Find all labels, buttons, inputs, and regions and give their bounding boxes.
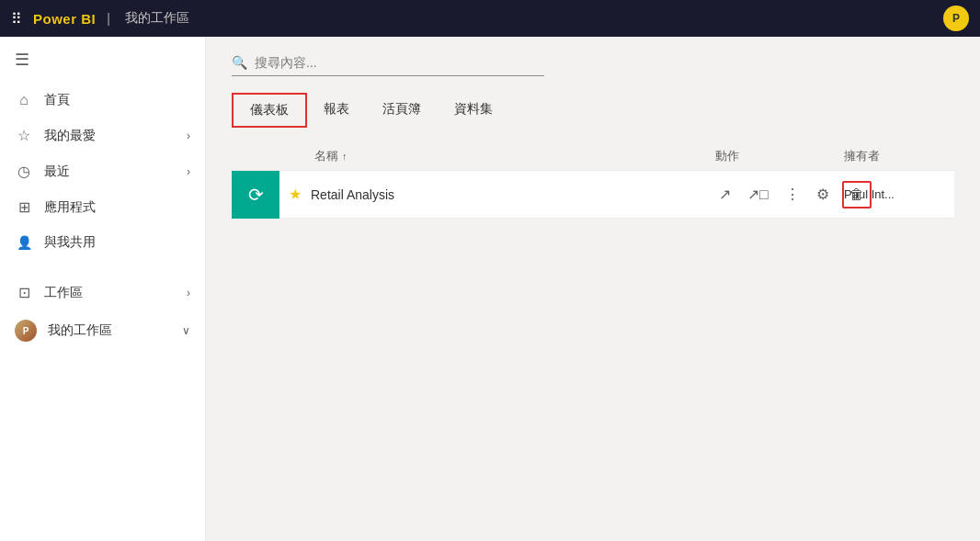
table-header: 名稱 ↑ 動作 擁有者 <box>232 142 954 171</box>
main-content: 🔍 儀表板 報表 活頁簿 資料集 名稱 ↑ 動作 擁有者 ⟳ ★ <box>206 37 980 541</box>
sidebar-item-recent-label: 最近 <box>44 163 176 180</box>
row-dashboard-icon-cell: ⟳ <box>232 171 279 219</box>
sidebar-item-my-workspace[interactable]: P 我的工作區 ∨ <box>0 310 205 351</box>
tab-datasets[interactable]: 資料集 <box>438 93 509 128</box>
tab-reports[interactable]: 報表 <box>307 93 366 128</box>
clock-icon: ◷ <box>15 163 33 180</box>
tab-workbooks[interactable]: 活頁簿 <box>366 93 438 128</box>
sidebar-item-recent[interactable]: ◷ 最近 › <box>0 153 205 189</box>
topbar-workspace-label: 我的工作區 <box>125 10 189 27</box>
powerbi-logo: Power BI <box>33 11 96 27</box>
row-item-name[interactable]: Retail Analysis <box>311 187 715 202</box>
row-star-button[interactable]: ★ <box>289 186 302 203</box>
apps-icon: ⊞ <box>15 198 33 216</box>
grid-icon[interactable]: ⠿ <box>11 10 22 28</box>
sidebar-item-shared-label: 與我共用 <box>44 234 190 251</box>
sidebar-item-apps[interactable]: ⊞ 應用程式 <box>0 189 205 225</box>
col-owner-header: 擁有者 <box>844 148 954 164</box>
search-icon: 🔍 <box>232 55 247 70</box>
sidebar-item-favorites[interactable]: ☆ 我的最愛 › <box>0 118 205 153</box>
row-actions-cell: ↗ ↗□ ⋮ ⚙ 🗑 <box>715 181 844 209</box>
chevron-right-icon: › <box>187 130 190 142</box>
my-workspace-avatar: P <box>15 320 37 342</box>
table-row: ⟳ ★ Retail Analysis ↗ ↗□ ⋮ ⚙ 🗑 Paul Int.… <box>232 171 954 219</box>
chevron-right-icon-workspaces: › <box>187 287 190 299</box>
sidebar-item-apps-label: 應用程式 <box>44 199 190 216</box>
tabs-bar: 儀表板 報表 活頁簿 資料集 <box>232 93 954 128</box>
sidebar-item-favorites-label: 我的最愛 <box>44 128 176 144</box>
col-actions-header: 動作 <box>715 148 844 164</box>
delete-button[interactable]: 🗑 <box>842 181 872 209</box>
star-icon: ☆ <box>15 127 33 144</box>
topbar-separator: | <box>107 11 110 26</box>
insights-icon[interactable]: ↗ <box>715 182 735 207</box>
sidebar-item-shared[interactable]: 👤 與我共用 <box>0 225 205 260</box>
tab-dashboards[interactable]: 儀表板 <box>232 93 307 128</box>
dashboard-icon: ⟳ <box>248 184 264 206</box>
share-icon[interactable]: ↗□ <box>744 182 772 207</box>
col-name-header[interactable]: 名稱 ↑ <box>314 148 715 164</box>
sidebar: ☰ ⌂ 首頁 ☆ 我的最愛 › ◷ 最近 › ⊞ 應用程式 👤 與我共用 ⊡ 工… <box>0 37 206 541</box>
sidebar-item-home-label: 首頁 <box>44 92 190 108</box>
chevron-right-icon-recent: › <box>187 165 190 178</box>
search-input[interactable] <box>255 55 544 70</box>
sidebar-item-workspaces-label: 工作區 <box>44 285 176 301</box>
user-avatar[interactable]: P <box>943 6 969 31</box>
sidebar-item-home[interactable]: ⌂ 首頁 <box>0 83 205 118</box>
sidebar-collapse-button[interactable]: ☰ <box>0 37 205 83</box>
hamburger-icon: ☰ <box>15 51 29 69</box>
sort-arrow-icon: ↑ <box>342 151 348 162</box>
topbar: ⠿ Power BI | 我的工作區 P <box>0 0 980 37</box>
more-share-icon[interactable]: ⋮ <box>781 182 803 207</box>
home-icon: ⌂ <box>15 92 33 108</box>
person-icon: 👤 <box>15 235 33 250</box>
settings-icon[interactable]: ⚙ <box>813 182 833 207</box>
sidebar-item-workspaces[interactable]: ⊡ 工作區 › <box>0 275 205 310</box>
sidebar-my-workspace-label: 我的工作區 <box>48 322 171 339</box>
main-layout: ☰ ⌂ 首頁 ☆ 我的最愛 › ◷ 最近 › ⊞ 應用程式 👤 與我共用 ⊡ 工… <box>0 37 980 541</box>
chevron-down-icon: ∨ <box>182 324 190 337</box>
col-name-label: 名稱 <box>314 148 338 164</box>
workspace-icon: ⊡ <box>15 284 33 301</box>
search-bar: 🔍 <box>232 55 544 76</box>
